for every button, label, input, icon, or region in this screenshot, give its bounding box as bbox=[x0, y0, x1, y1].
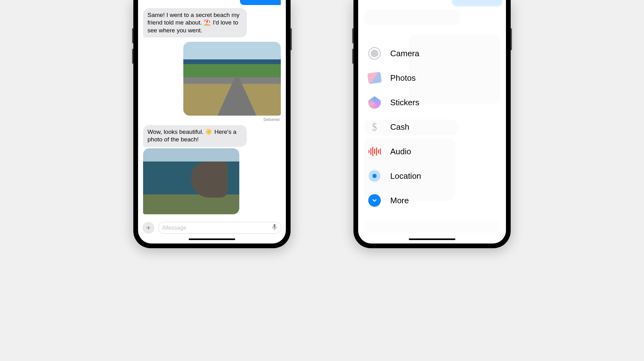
plus-icon: + bbox=[146, 223, 151, 232]
drawer-label: Location bbox=[390, 171, 421, 181]
screen-messages: Same! I went to a secret beach my friend… bbox=[138, 0, 286, 243]
drawer-item-cash[interactable]: $ Cash bbox=[368, 120, 421, 134]
message-text: Same! I went to a secret beach my friend… bbox=[147, 12, 240, 34]
input-placeholder: iMessage bbox=[162, 225, 272, 231]
message-thread[interactable]: Same! I went to a secret beach my friend… bbox=[138, 0, 286, 219]
cash-icon: $ bbox=[368, 120, 381, 134]
apps-button[interactable]: + bbox=[142, 222, 154, 234]
audio-icon bbox=[368, 145, 381, 158]
drawer-label: More bbox=[390, 196, 409, 205]
sent-bubble-partial[interactable] bbox=[240, 0, 281, 5]
drawer-item-stickers[interactable]: Stickers bbox=[368, 96, 421, 109]
drawer-label: Cash bbox=[390, 122, 409, 132]
received-bubble-2[interactable]: Wow, looks beautiful. ☀️ Here's a photo … bbox=[143, 125, 247, 147]
location-icon bbox=[368, 169, 381, 183]
screen-app-drawer: Camera Photos Stickers $ Cash Audio bbox=[358, 0, 506, 243]
app-drawer: Camera Photos Stickers $ Cash Audio bbox=[368, 46, 421, 207]
message-text: Wow, looks beautiful. ☀️ Here's a photo … bbox=[147, 129, 236, 143]
drawer-label: Camera bbox=[390, 49, 419, 58]
phone-frame-left: Same! I went to a secret beach my friend… bbox=[133, 0, 291, 248]
sent-photo-1[interactable] bbox=[183, 42, 281, 116]
drawer-item-more[interactable]: More bbox=[368, 194, 421, 207]
received-bubble-1[interactable]: Same! I went to a secret beach my friend… bbox=[143, 8, 247, 37]
svg-rect-0 bbox=[274, 224, 275, 228]
microphone-icon bbox=[272, 224, 277, 231]
message-input[interactable]: iMessage bbox=[158, 222, 281, 234]
drawer-label: Photos bbox=[390, 73, 416, 83]
photos-icon bbox=[368, 71, 381, 85]
drawer-item-camera[interactable]: Camera bbox=[368, 46, 421, 60]
delivery-status: Delivered bbox=[264, 118, 280, 122]
dictation-button[interactable] bbox=[272, 224, 277, 232]
chevron-down-icon bbox=[371, 197, 378, 204]
drawer-label: Stickers bbox=[390, 98, 419, 107]
stickers-icon bbox=[368, 96, 381, 109]
message-composer: + iMessage bbox=[138, 220, 286, 235]
drawer-label: Audio bbox=[390, 147, 411, 156]
home-indicator[interactable] bbox=[189, 238, 235, 240]
received-photo-1[interactable] bbox=[143, 148, 239, 214]
home-indicator[interactable] bbox=[409, 238, 455, 240]
drawer-item-location[interactable]: Location bbox=[368, 169, 421, 183]
more-icon bbox=[368, 194, 381, 207]
drawer-item-photos[interactable]: Photos bbox=[368, 71, 421, 85]
drawer-item-audio[interactable]: Audio bbox=[368, 145, 421, 158]
camera-icon bbox=[368, 46, 381, 60]
phone-frame-right: Camera Photos Stickers $ Cash Audio bbox=[353, 0, 511, 248]
